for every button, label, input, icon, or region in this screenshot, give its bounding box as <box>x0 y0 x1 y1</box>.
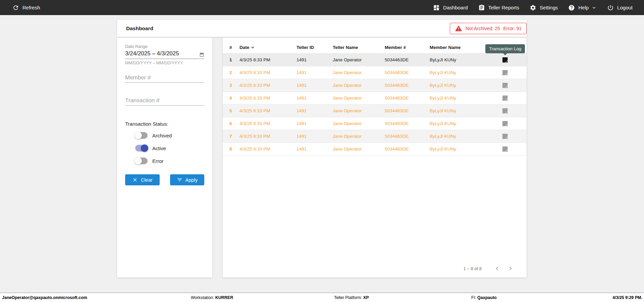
toggle-archived[interactable]: Archived <box>135 131 204 139</box>
transaction-log-icon[interactable] <box>502 57 508 63</box>
dashboard-icon <box>433 4 440 11</box>
table-row: 6 4/3/25 8:33 PM 1491 Jane Operator 5034… <box>223 117 527 130</box>
row-number: 4 <box>229 96 239 101</box>
nav-dashboard[interactable]: Dashboard <box>433 4 468 11</box>
filter-icon <box>177 177 182 183</box>
error-switch[interactable] <box>135 158 148 164</box>
title-bar: Dashboard Not Archived: 25 Error: 91 <box>117 20 527 37</box>
workstation-info: Workstation: KURRER <box>191 295 233 300</box>
row-member-number: 5034463DE <box>385 121 430 126</box>
row-date: 4/3/25 8:33 PM <box>239 146 297 152</box>
column-header-teller-id: Teller ID <box>297 45 333 50</box>
nav-settings[interactable]: Settings <box>530 4 558 11</box>
table-row: 4 4/3/25 8:33 PM 1491 Jane Operator 5034… <box>223 92 527 105</box>
transaction-log-icon[interactable] <box>502 121 508 126</box>
archived-switch[interactable] <box>135 132 148 139</box>
column-header-member-number: Member # <box>385 45 430 50</box>
row-teller-name: Jane Operator <box>333 121 385 126</box>
column-header-date[interactable]: Date <box>239 45 297 50</box>
transaction-log-tooltip: Transaction Log <box>485 44 525 53</box>
next-page-button[interactable] <box>504 264 517 273</box>
transaction-number-input[interactable] <box>125 96 204 106</box>
sort-desc-icon <box>250 45 256 50</box>
row-teller-id: 1491 <box>297 96 333 101</box>
row-teller-id: 1491 <box>297 83 333 88</box>
table-row: 2 4/3/25 8:33 PM 1491 Jane Operator 5034… <box>223 66 527 79</box>
nav-teller-reports[interactable]: Teller Reports <box>478 4 520 11</box>
transaction-log-icon[interactable] <box>502 146 508 152</box>
financial-institution-info: FI: Qaxpauto <box>471 295 497 300</box>
footer-datetime: 4/3/25 9:29 PM. <box>612 295 642 300</box>
row-date: 4/3/25 8:33 PM <box>239 108 297 113</box>
transaction-log-icon[interactable] <box>502 70 508 75</box>
alert-badge: Not Archived: 25 Error: 91 <box>450 23 527 34</box>
row-teller-name: Jane Operator <box>333 70 385 75</box>
row-member-name: ByLyJI KUNy <box>430 96 490 101</box>
nav-settings-label: Settings <box>540 5 558 10</box>
refresh-icon <box>12 4 19 11</box>
nav-logout[interactable]: Logout <box>607 4 633 11</box>
user-email: JaneOperator@qaxpauto.onmicrosoft.com <box>2 295 87 300</box>
active-switch[interactable] <box>135 145 148 152</box>
pagination-range: 1 – 8 of 8 <box>464 266 482 271</box>
row-member-number: 5034463DE <box>385 70 430 75</box>
table-row: 1 4/3/25 8:33 PM 1491 Jane Operator 5034… <box>223 54 527 66</box>
apply-button-label: Apply <box>185 177 198 183</box>
error-count: Error: 91 <box>503 26 522 31</box>
table-row: 5 4/3/25 8:33 PM 1491 Jane Operator 5034… <box>223 105 527 117</box>
row-number: 7 <box>229 134 239 139</box>
transaction-log-icon[interactable] <box>502 83 508 88</box>
transaction-log-icon[interactable] <box>502 108 508 114</box>
row-teller-id: 1491 <box>297 70 333 75</box>
top-navigation-bar: Refresh Dashboard Teller Reports Setting… <box>0 0 644 15</box>
nav-help[interactable]: Help <box>568 4 597 11</box>
row-member-number: 5034463DE <box>385 108 430 113</box>
date-range-input[interactable] <box>125 50 199 58</box>
paginator: 1 – 8 of 8 <box>464 264 517 273</box>
nav-logout-label: Logout <box>617 5 633 10</box>
row-teller-id: 1491 <box>297 108 333 113</box>
help-icon <box>568 4 575 11</box>
row-teller-id: 1491 <box>297 134 333 139</box>
clear-button[interactable]: Clear <box>125 174 160 185</box>
row-member-name: ByLyJI KUNy <box>430 121 490 126</box>
status-footer: JaneOperator@qaxpauto.onmicrosoft.com Wo… <box>0 293 644 302</box>
page-content: Dashboard Not Archived: 25 Error: 91 Dat… <box>0 15 644 293</box>
calendar-icon[interactable] <box>199 52 204 58</box>
row-member-number: 5034463DE <box>385 146 430 152</box>
toggle-active[interactable]: Active <box>135 144 204 152</box>
column-header-member-name: Member Name <box>430 45 490 50</box>
table-header-row: # Date Teller ID Teller Name Member # Me… <box>223 38 527 54</box>
row-member-name: ByLyJI KUNy <box>430 134 490 139</box>
apply-button[interactable]: Apply <box>170 174 205 185</box>
row-member-name: ByLyJI KUNy <box>430 108 490 113</box>
row-number: 1 <box>229 57 239 62</box>
transaction-log-icon[interactable] <box>502 134 508 139</box>
row-teller-name: Jane Operator <box>333 134 385 139</box>
transaction-log-icon[interactable] <box>502 96 508 101</box>
switch-thumb <box>135 157 142 165</box>
row-date: 4/3/25 8:33 PM <box>239 57 297 62</box>
row-teller-name: Jane Operator <box>333 57 385 62</box>
table-row: 7 4/3/25 8:33 PM 1491 Jane Operator 5034… <box>223 130 527 143</box>
clear-button-label: Clear <box>141 177 153 183</box>
previous-page-button[interactable] <box>490 264 504 273</box>
row-member-number: 5034463DE <box>385 83 430 88</box>
table-row: 3 4/3/25 8:33 PM 1491 Jane Operator 5034… <box>223 79 527 92</box>
column-header-number: # <box>229 45 239 50</box>
member-number-input[interactable] <box>125 73 204 83</box>
row-number: 6 <box>229 121 239 126</box>
toggle-error[interactable]: Error <box>135 157 204 165</box>
refresh-button[interactable]: Refresh <box>12 4 40 11</box>
tooltip-caret <box>503 53 507 55</box>
transaction-status-label: Transaction Status: <box>125 121 204 127</box>
row-member-name: ByLyJI KUNy <box>430 146 490 152</box>
clipboard-icon <box>478 4 485 11</box>
table-row: 8 4/3/25 8:33 PM 1491 Jane Operator 5034… <box>223 143 527 156</box>
row-teller-id: 1491 <box>297 146 333 152</box>
power-icon <box>607 4 614 11</box>
date-range-label: Date Range <box>125 44 204 49</box>
row-number: 8 <box>229 146 239 152</box>
row-member-number: 5034463DE <box>385 134 430 139</box>
row-member-name: ByLyJI KUNy <box>430 70 490 75</box>
